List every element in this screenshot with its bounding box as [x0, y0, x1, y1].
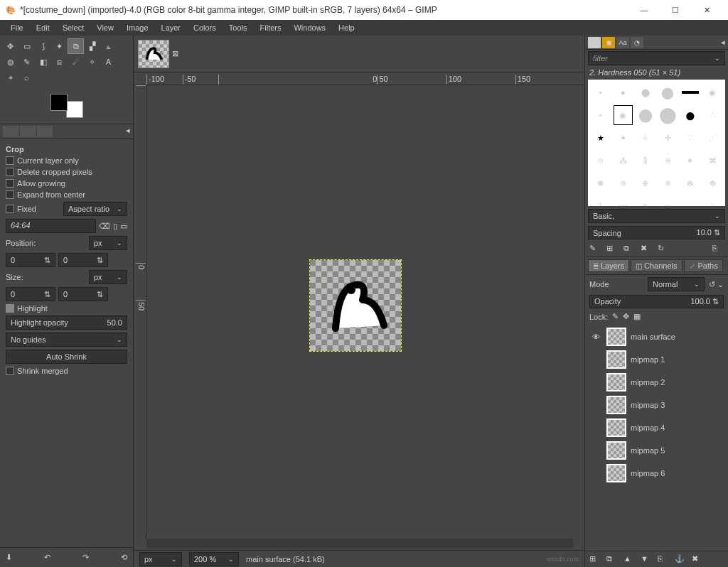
- move-tool-icon[interactable]: ✥: [2, 38, 18, 54]
- position-unit[interactable]: px⌄: [89, 236, 127, 250]
- menu-filters[interactable]: Filters: [254, 22, 288, 33]
- bg-color-swatch[interactable]: [66, 101, 83, 118]
- open-brush-icon[interactable]: ⎘: [712, 244, 724, 254]
- mode-dropdown[interactable]: Normal⌄: [648, 277, 705, 291]
- layer-row[interactable]: mipmap 6: [588, 463, 725, 484]
- picker-tool-icon[interactable]: ⌖: [2, 70, 18, 85]
- menu-colors[interactable]: Colors: [187, 22, 223, 33]
- bucket-tool-icon[interactable]: ◍: [2, 54, 18, 70]
- aspect-dropdown[interactable]: Aspect ratio⌄: [63, 202, 127, 216]
- text-tool-icon[interactable]: A: [100, 54, 117, 70]
- maximize-button[interactable]: ☐: [660, 0, 691, 20]
- minimize-button[interactable]: —: [628, 0, 660, 20]
- pos-y-input[interactable]: 0⇅: [58, 253, 108, 267]
- highlight-checkbox[interactable]: [6, 304, 14, 313]
- dup-layer-icon[interactable]: ⎘: [658, 554, 669, 564]
- channels-tab[interactable]: ◫ Channels: [631, 259, 682, 272]
- dup-brush-icon[interactable]: ⧉: [623, 244, 635, 254]
- fixed-checkbox[interactable]: [6, 205, 14, 213]
- fonts-tab[interactable]: Aa: [616, 37, 629, 48]
- menu-view[interactable]: View: [90, 22, 120, 33]
- lock-position-icon[interactable]: ✥: [623, 312, 629, 321]
- down-layer-icon[interactable]: ▼: [641, 554, 652, 564]
- layer-row[interactable]: mipmap 4: [588, 417, 725, 438]
- new-brush-icon[interactable]: ⊞: [606, 244, 618, 254]
- layer-thumb[interactable]: [606, 328, 626, 346]
- shrink-merged-checkbox[interactable]: [6, 367, 14, 375]
- image-tab[interactable]: [138, 40, 169, 68]
- crop-tool-icon[interactable]: ⧉: [68, 38, 84, 54]
- brushes-tab[interactable]: ◼: [588, 37, 601, 48]
- eraser-tool-icon[interactable]: ◧: [35, 54, 51, 70]
- anchor-icon[interactable]: ⚓: [675, 554, 686, 564]
- menu-select[interactable]: Select: [56, 22, 91, 33]
- up-layer-icon[interactable]: ▲: [623, 554, 635, 564]
- clone-tool-icon[interactable]: ⧇: [51, 54, 68, 70]
- highlight-opacity-value[interactable]: 50.0: [107, 318, 122, 327]
- mode-reset-icon[interactable]: ↺ ⌄: [709, 280, 724, 289]
- menu-windows[interactable]: Windows: [287, 22, 332, 33]
- ratio-input[interactable]: 64:64: [6, 219, 96, 233]
- eye-icon[interactable]: 👁: [589, 333, 602, 341]
- size-unit[interactable]: px⌄: [89, 270, 127, 284]
- color-swatches[interactable]: [50, 94, 83, 118]
- size-h-input[interactable]: 0⇅: [58, 287, 108, 301]
- expand-center-checkbox[interactable]: [6, 190, 14, 199]
- brush-filter-input[interactable]: filter⌄: [588, 51, 725, 65]
- menu-image[interactable]: Image: [120, 22, 155, 33]
- undo-history-tab[interactable]: [20, 126, 36, 137]
- brush-spacing[interactable]: Spacing10.0 ⇅: [588, 226, 725, 239]
- brush-tool-icon[interactable]: ✎: [18, 54, 35, 70]
- canvas[interactable]: [310, 260, 401, 351]
- refresh-brush-icon[interactable]: ↻: [658, 244, 669, 254]
- layer-row[interactable]: 👁main surface: [588, 326, 725, 347]
- lock-pixels-icon[interactable]: ✎: [612, 312, 619, 321]
- menu-tools[interactable]: Tools: [223, 22, 254, 33]
- rect-select-tool-icon[interactable]: ▭: [18, 38, 35, 54]
- brush-preset-dropdown[interactable]: Basic,⌄: [588, 209, 725, 223]
- layer-row[interactable]: mipmap 1: [588, 349, 725, 370]
- layer-row[interactable]: mipmap 2: [588, 372, 725, 393]
- save-options-icon[interactable]: ⬇: [6, 553, 12, 562]
- layer-row[interactable]: mipmap 5: [588, 440, 725, 461]
- fg-color-swatch[interactable]: [50, 94, 68, 111]
- menu-edit[interactable]: Edit: [30, 22, 56, 33]
- menu-file[interactable]: File: [4, 22, 30, 33]
- clear-ratio-icon[interactable]: ⌫: [99, 222, 110, 231]
- panel-menu-icon[interactable]: ◂: [721, 38, 725, 47]
- brush-grid[interactable]: •●⬤⬤◉ ∘◉⬤⬤●∴ ★✦✧✢∵⋰ ፨⁂⁑⁜⁕⌘ ❋❊❉❈❇❆ ⌇〰≋⋯…⁞: [588, 80, 725, 206]
- layer-row[interactable]: mipmap 3: [588, 394, 725, 416]
- menu-help[interactable]: Help: [332, 22, 361, 33]
- landscape-icon[interactable]: ▭: [120, 222, 127, 231]
- del-brush-icon[interactable]: ✖: [641, 244, 652, 254]
- fuzzy-select-tool-icon[interactable]: ✦: [51, 38, 68, 54]
- pos-x-input[interactable]: 0⇅: [6, 253, 55, 267]
- reset-icon[interactable]: ⟲: [121, 553, 127, 562]
- layers-tab[interactable]: ≣ Layers: [588, 259, 629, 272]
- del-layer-icon[interactable]: ✖: [692, 554, 703, 564]
- opacity-slider[interactable]: Opacity100.0 ⇅: [589, 295, 724, 308]
- close-button[interactable]: ✕: [691, 0, 722, 20]
- tool-options-tab[interactable]: [3, 126, 18, 137]
- canvas-area[interactable]: [146, 85, 584, 539]
- path-tool-icon[interactable]: ✧: [84, 54, 100, 70]
- auto-shrink-button[interactable]: Auto Shrink: [6, 350, 127, 364]
- lasso-tool-icon[interactable]: ⟆: [35, 38, 51, 54]
- size-w-input[interactable]: 0⇅: [6, 287, 55, 301]
- redo-icon[interactable]: ↷: [82, 553, 89, 562]
- status-unit[interactable]: px⌄: [139, 552, 182, 566]
- lock-alpha-icon[interactable]: ▦: [633, 312, 641, 321]
- delete-cropped-checkbox[interactable]: [6, 168, 14, 176]
- guides-dropdown[interactable]: No guides⌄: [6, 333, 127, 347]
- paths-tab[interactable]: ⟋ Paths: [684, 259, 723, 272]
- allow-growing-checkbox[interactable]: [6, 179, 14, 188]
- new-layer-icon[interactable]: ⊞: [589, 554, 601, 564]
- menu-layer[interactable]: Layer: [155, 22, 188, 33]
- portrait-icon[interactable]: ▯: [113, 222, 117, 231]
- images-tab[interactable]: [37, 126, 53, 137]
- panel-menu-icon[interactable]: ◂: [126, 126, 130, 137]
- zoom-tool-icon[interactable]: ⌕: [18, 70, 35, 85]
- edit-brush-icon[interactable]: ✎: [589, 244, 601, 254]
- history-tab[interactable]: ◔: [631, 37, 643, 48]
- close-tab-icon[interactable]: ⊠: [172, 49, 178, 58]
